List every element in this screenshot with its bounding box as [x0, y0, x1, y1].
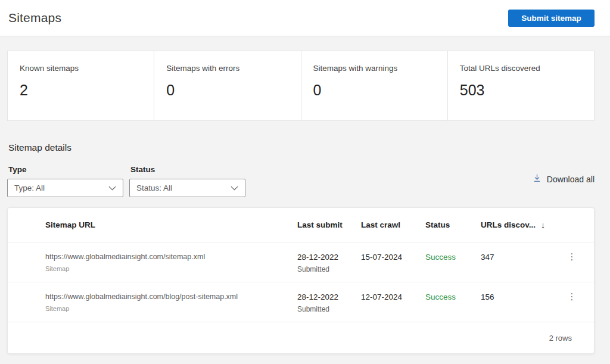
- download-icon: [533, 173, 541, 185]
- sitemaps-table: Sitemap URL Last submit Last crawl Statu…: [7, 207, 595, 354]
- type-dropdown-value: Type: All: [14, 183, 45, 192]
- last-submit-date: 28-12-2022: [297, 253, 361, 262]
- stat-value: 0: [313, 82, 447, 99]
- status-filter: Status Status: All: [129, 165, 245, 197]
- urls-discovered-cell: 156: [481, 293, 558, 301]
- status-filter-label: Status: [130, 165, 245, 174]
- stat-label: Sitemaps with errors: [166, 64, 300, 73]
- column-header-last-submit[interactable]: Last submit: [297, 220, 361, 229]
- stat-value: 503: [460, 82, 594, 99]
- status-badge: Success: [425, 253, 481, 262]
- submit-sitemap-button[interactable]: Submit sitemap: [508, 10, 595, 27]
- stats-row: Known sitemaps 2 Sitemaps with errors 0 …: [7, 51, 595, 121]
- stat-card-total-urls-discovered: Total URLs discovered 503: [448, 51, 594, 120]
- page-header: Sitemaps Submit sitemap: [0, 0, 610, 36]
- last-crawl-cell: 12-07-2024: [361, 293, 425, 301]
- download-all-label: Download all: [547, 175, 595, 184]
- sitemap-url[interactable]: https://www.globalmediainsight.com/sitem…: [45, 253, 291, 261]
- stat-card-known-sitemaps: Known sitemaps 2: [8, 51, 154, 120]
- chevron-down-icon: [231, 183, 238, 192]
- page-title: Sitemaps: [8, 11, 61, 25]
- last-crawl-cell: 15-07-2024: [361, 253, 425, 262]
- type-filter-label: Type: [8, 165, 123, 174]
- stat-value: 2: [20, 82, 154, 99]
- table-row[interactable]: https://www.globalmediainsight.com/sitem…: [8, 242, 594, 282]
- stat-label: Total URLs discovered: [460, 64, 594, 73]
- column-header-urls-discovered[interactable]: URLs discov... ↓: [481, 220, 558, 230]
- last-submit-cell: 28-12-2022 Submitted: [297, 293, 361, 313]
- last-submit-cell: 28-12-2022 Submitted: [297, 253, 361, 273]
- stat-card-sitemaps-with-warnings: Sitemaps with warnings 0: [301, 51, 448, 120]
- status-dropdown[interactable]: Status: All: [129, 179, 245, 197]
- row-count: 2 rows: [549, 334, 572, 343]
- stat-label: Sitemaps with warnings: [313, 64, 447, 73]
- filters-row: Type Type: All Status Status: All: [7, 165, 595, 197]
- column-header-sitemap-url[interactable]: Sitemap URL: [45, 220, 297, 229]
- table-footer: 2 rows: [8, 322, 594, 353]
- row-actions-cell: ⋮: [558, 253, 586, 262]
- stat-card-sitemaps-with-errors: Sitemaps with errors 0: [154, 51, 301, 120]
- sitemap-details-heading: Sitemap details: [8, 142, 595, 153]
- sitemap-url[interactable]: https://www.globalmediainsight.com/blog/…: [45, 293, 291, 301]
- column-header-status[interactable]: Status: [425, 220, 481, 229]
- filter-group: Type Type: All Status Status: All: [7, 165, 245, 197]
- last-submit-date: 28-12-2022: [297, 293, 361, 301]
- chevron-down-icon: [108, 183, 116, 192]
- table-header-row: Sitemap URL Last submit Last crawl Statu…: [8, 208, 594, 242]
- main-content: Known sitemaps 2 Sitemaps with errors 0 …: [0, 36, 610, 354]
- last-submit-status: Submitted: [297, 305, 361, 313]
- status-badge: Success: [425, 293, 481, 301]
- more-options-icon[interactable]: ⋮: [568, 293, 577, 301]
- last-submit-status: Submitted: [297, 265, 361, 273]
- column-header-label: URLs discov...: [481, 220, 536, 229]
- sitemap-type: Sitemap: [45, 265, 291, 272]
- row-actions-cell: ⋮: [558, 293, 586, 301]
- more-options-icon[interactable]: ⋮: [568, 253, 577, 261]
- stat-label: Known sitemaps: [20, 64, 154, 73]
- type-dropdown[interactable]: Type: All: [7, 179, 123, 197]
- column-header-last-crawl[interactable]: Last crawl: [361, 220, 425, 229]
- download-all-button[interactable]: Download all: [533, 173, 595, 185]
- sitemap-url-cell: https://www.globalmediainsight.com/blog/…: [45, 293, 297, 312]
- sort-descending-icon[interactable]: ↓: [541, 220, 545, 230]
- status-dropdown-value: Status: All: [136, 183, 172, 192]
- sitemap-url-cell: https://www.globalmediainsight.com/sitem…: [45, 253, 297, 272]
- type-filter: Type Type: All: [7, 165, 123, 197]
- sitemap-type: Sitemap: [45, 305, 291, 312]
- stat-value: 0: [166, 82, 300, 99]
- table-row[interactable]: https://www.globalmediainsight.com/blog/…: [8, 282, 594, 322]
- urls-discovered-cell: 347: [481, 253, 558, 262]
